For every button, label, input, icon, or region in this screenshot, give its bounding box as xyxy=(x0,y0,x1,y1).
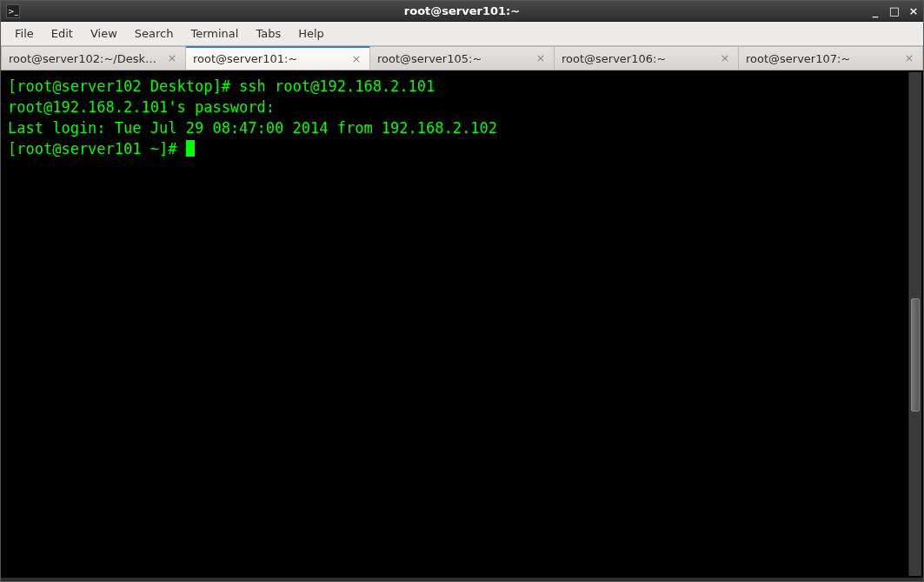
tab-label: root@server106:~ xyxy=(562,52,714,65)
tab-server106[interactable]: root@server106:~ × xyxy=(555,46,739,70)
terminal-app-icon: >_ xyxy=(6,4,20,18)
tab-label: root@server101:~ xyxy=(193,52,345,65)
scrollbar-vertical[interactable] xyxy=(908,72,921,576)
menu-help[interactable]: Help xyxy=(289,23,333,43)
window-bottom-frame xyxy=(1,578,923,581)
window-titlebar: >_ root@server101:~ _ □ × xyxy=(1,1,923,22)
menu-edit[interactable]: Edit xyxy=(43,23,82,43)
tab-close-icon[interactable]: × xyxy=(166,52,178,64)
menu-tabs[interactable]: Tabs xyxy=(247,23,289,43)
tab-label: root@server107:~ xyxy=(746,52,898,65)
menu-view[interactable]: View xyxy=(82,23,126,43)
scrollbar-thumb[interactable] xyxy=(911,298,920,411)
menu-bar: File Edit View Search Terminal Tabs Help xyxy=(1,22,923,46)
window-controls: _ □ × xyxy=(866,2,923,21)
tab-label: root@server105:~ xyxy=(377,52,529,65)
tab-server101[interactable]: root@server101:~ × xyxy=(186,46,370,70)
tab-server105[interactable]: root@server105:~ × xyxy=(370,46,555,70)
window-title: root@server101:~ xyxy=(1,4,923,17)
tab-close-icon[interactable]: × xyxy=(535,52,547,64)
terminal-cursor xyxy=(186,140,195,157)
tab-server107[interactable]: root@server107:~ × xyxy=(739,46,923,70)
tab-close-icon[interactable]: × xyxy=(719,52,731,64)
tab-label: root@server102:~/Desktop xyxy=(9,52,161,65)
tab-server102[interactable]: root@server102:~/Desktop × xyxy=(1,46,186,70)
close-button[interactable]: × xyxy=(904,2,923,21)
menu-file[interactable]: File xyxy=(6,23,43,43)
terminal-output[interactable]: [root@server102 Desktop]# ssh root@192.1… xyxy=(3,72,908,576)
tab-close-icon[interactable]: × xyxy=(903,52,915,64)
terminal-wrapper: [root@server102 Desktop]# ssh root@192.1… xyxy=(1,70,923,578)
tab-bar: root@server102:~/Desktop × root@server10… xyxy=(1,46,923,70)
minimize-button[interactable]: _ xyxy=(866,2,885,21)
menu-search[interactable]: Search xyxy=(126,23,183,43)
maximize-button[interactable]: □ xyxy=(885,2,904,21)
tab-close-icon[interactable]: × xyxy=(350,53,362,65)
menu-terminal[interactable]: Terminal xyxy=(182,23,247,43)
